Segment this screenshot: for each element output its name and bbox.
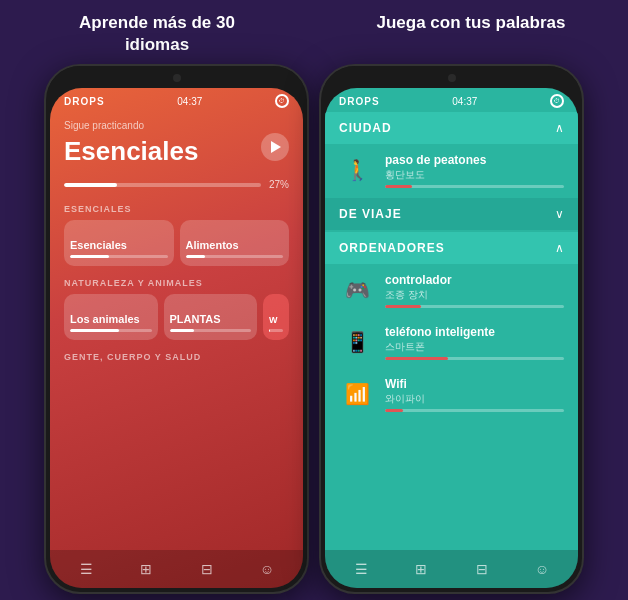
camera-dot-right <box>448 74 456 82</box>
app-name-right: DROPS <box>339 96 380 107</box>
phone2-screen: DROPS 04:37 ⏱ CIUDAD ∧ 🚶 paso de peatone… <box>325 88 578 588</box>
phone-left: DROPS 04:37 ⏱ Sigue practicando Esencial… <box>44 64 309 594</box>
play-button[interactable] <box>261 133 289 161</box>
keep-practicing-label: Sigue practicando <box>64 120 289 131</box>
section-deviaje: DE VIAJE ∨ <box>325 198 578 230</box>
nav-profile-icon-r[interactable]: ☺ <box>531 558 553 580</box>
vocab-text-controlador: controlador 조종 장치 <box>385 273 564 308</box>
card-plantas[interactable]: PLANTAS <box>164 294 258 340</box>
deviaje-chevron: ∨ <box>555 207 564 221</box>
ciudad-header[interactable]: CIUDAD ∧ <box>325 112 578 144</box>
section-label-gente: GENTE, CUERPO Y SALUD <box>64 352 289 362</box>
left-heading: Aprende más de 30 idiomas <box>0 12 314 56</box>
pedestrian-icon: 🚶 <box>339 152 375 188</box>
vocab-translation: 스마트폰 <box>385 340 564 354</box>
vocab-peatones[interactable]: 🚶 paso de peatones 횡단보도 <box>325 144 578 196</box>
status-bar-left: DROPS 04:37 ⏱ <box>50 88 303 112</box>
camera-dot <box>173 74 181 82</box>
section-label-naturaleza: NATURALEZA Y ANIMALES <box>64 278 289 288</box>
time-left: 04:37 <box>177 96 202 107</box>
right-heading: Juega con tus palabras <box>314 12 628 56</box>
ciudad-chevron: ∧ <box>555 121 564 135</box>
ordenadores-title: ORDENADORES <box>339 241 445 255</box>
nav-barbell-icon[interactable]: ⊞ <box>135 558 157 580</box>
deviaje-header[interactable]: DE VIAJE ∨ <box>325 198 578 230</box>
card-alimentos[interactable]: Alimentos <box>180 220 290 266</box>
nav-list-icon[interactable]: ☰ <box>75 558 97 580</box>
ordenadores-header[interactable]: ORDENADORES ∧ <box>325 232 578 264</box>
app-name-left: DROPS <box>64 96 105 107</box>
cards-row-naturaleza: Los animales PLANTAS W <box>64 294 289 340</box>
card-label: PLANTAS <box>170 313 252 325</box>
deviaje-title: DE VIAJE <box>339 207 402 221</box>
status-bar-right: DROPS 04:37 ⏱ <box>325 88 578 112</box>
gamepad-icon: 🎮 <box>339 272 375 308</box>
top-labels: Aprende más de 30 idiomas Juega con tus … <box>0 0 628 64</box>
clock-icon-left: ⏱ <box>275 94 289 108</box>
phone2-accordion: CIUDAD ∧ 🚶 paso de peatones 횡단보도 <box>325 112 578 550</box>
main-progress-bar <box>64 183 261 187</box>
bottom-nav-left: ☰ ⊞ ⊟ ☺ <box>50 550 303 588</box>
card-label: Esenciales <box>70 239 168 251</box>
time-right: 04:37 <box>452 96 477 107</box>
vocab-text-telefono: teléfono inteligente 스마트폰 <box>385 325 564 360</box>
section-label-esenciales: ESENCIALES <box>64 204 289 214</box>
vocab-translation: 와이파이 <box>385 392 564 406</box>
phone1-main-content: Sigue practicando Esenciales 27% ESENCIA… <box>50 112 303 550</box>
section-ordenadores: ORDENADORES ∧ 🎮 controlador 조종 장치 📱 <box>325 232 578 420</box>
card-label: Alimentos <box>186 239 284 251</box>
card-label: Los animales <box>70 313 152 325</box>
card-animales[interactable]: Los animales <box>64 294 158 340</box>
vocab-text-wifi: Wifi 와이파이 <box>385 377 564 412</box>
nav-list-icon-r[interactable]: ☰ <box>350 558 372 580</box>
vocab-word: controlador <box>385 273 564 287</box>
vocab-word: Wifi <box>385 377 564 391</box>
vocab-wifi[interactable]: 📶 Wifi 와이파이 <box>325 368 578 420</box>
ciudad-title: CIUDAD <box>339 121 392 135</box>
vocab-word: paso de peatones <box>385 153 564 167</box>
section-ciudad: CIUDAD ∧ 🚶 paso de peatones 횡단보도 <box>325 112 578 196</box>
progress-percentage: 27% <box>269 179 289 190</box>
main-progress-row: 27% <box>64 179 289 190</box>
nav-profile-icon[interactable]: ☺ <box>256 558 278 580</box>
card-label: W <box>269 315 283 325</box>
main-category-title: Esenciales <box>64 136 198 167</box>
phones-container: DROPS 04:37 ⏱ Sigue practicando Esencial… <box>0 64 628 600</box>
vocab-translation: 조종 장치 <box>385 288 564 302</box>
nav-cards-icon[interactable]: ⊟ <box>196 558 218 580</box>
main-progress-fill <box>64 183 117 187</box>
vocab-word: teléfono inteligente <box>385 325 564 339</box>
bottom-nav-right: ☰ ⊞ ⊟ ☺ <box>325 550 578 588</box>
cards-row-esenciales: Esenciales Alimentos <box>64 220 289 266</box>
wifi-icon: 📶 <box>339 376 375 412</box>
vocab-controlador[interactable]: 🎮 controlador 조종 장치 <box>325 264 578 316</box>
card-esenciales[interactable]: Esenciales <box>64 220 174 266</box>
vocab-telefono[interactable]: 📱 teléfono inteligente 스마트폰 <box>325 316 578 368</box>
smartphone-icon: 📱 <box>339 324 375 360</box>
card-partial[interactable]: W <box>263 294 289 340</box>
nav-cards-icon-r[interactable]: ⊟ <box>471 558 493 580</box>
vocab-translation: 횡단보도 <box>385 168 564 182</box>
phone-right: DROPS 04:37 ⏱ CIUDAD ∧ 🚶 paso de peatone… <box>319 64 584 594</box>
vocab-text-peatones: paso de peatones 횡단보도 <box>385 153 564 188</box>
phone1-screen: DROPS 04:37 ⏱ Sigue practicando Esencial… <box>50 88 303 588</box>
nav-barbell-icon-r[interactable]: ⊞ <box>410 558 432 580</box>
clock-icon-right: ⏱ <box>550 94 564 108</box>
ordenadores-chevron: ∧ <box>555 241 564 255</box>
play-icon <box>271 141 281 153</box>
